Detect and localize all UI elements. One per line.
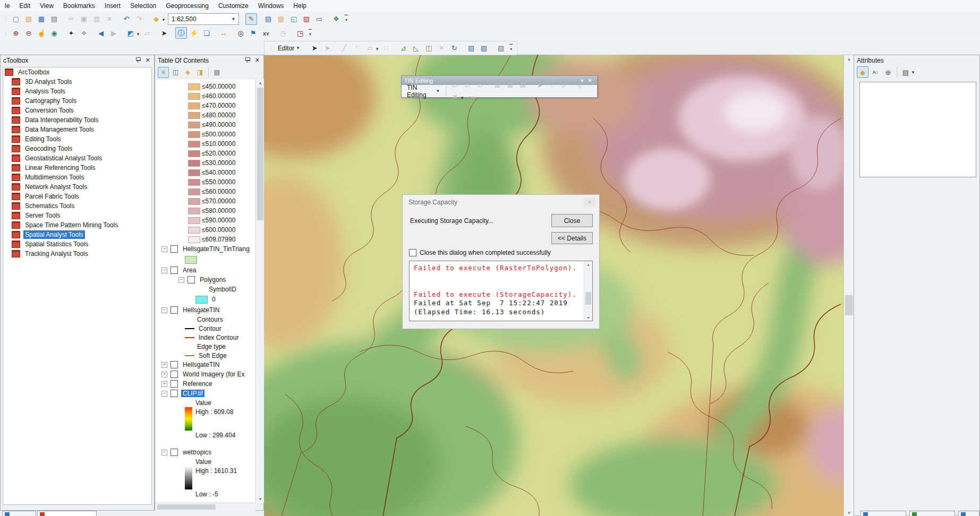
toolbox-item-geostatistical-analyst-tools[interactable]: Geostatistical Analyst Tools <box>3 153 151 163</box>
collapse-icon[interactable]: − <box>161 307 167 313</box>
toolbox-item-editing-tools[interactable]: Editing Tools <box>3 134 151 144</box>
color-ramp-bar[interactable] <box>185 466 192 489</box>
close-icon[interactable]: ✕ <box>254 57 261 64</box>
toc-horizontal-scrollbar[interactable] <box>155 503 255 511</box>
toolbar-overflow-icon[interactable]: ▔▾ <box>306 28 314 39</box>
toc-legend-row[interactable]: ≤600.00000 <box>156 225 255 235</box>
layer-visibility-checkbox[interactable] <box>171 390 178 397</box>
cursor-circle-icon[interactable]: ◌ <box>547 80 558 91</box>
editor-toolbar-toggle-icon[interactable]: ✎ <box>245 13 257 25</box>
python-window-icon[interactable]: ▭ <box>313 13 325 25</box>
editor-menu-button[interactable]: Editor ▼ <box>275 44 304 53</box>
html-popup-icon[interactable]: ❏ <box>201 27 212 39</box>
node-path-arrow-icon[interactable]: ↝ <box>465 91 477 103</box>
toolbar-overflow-icon[interactable]: ▔▾ <box>507 43 515 54</box>
box-x-edge-icon[interactable]: ⊠ <box>504 80 516 91</box>
redo-icon[interactable]: ↷ <box>133 13 145 25</box>
toc-label-row[interactable]: Value <box>156 457 255 466</box>
toolbar-grip[interactable]: ⋮ <box>268 45 273 51</box>
toc-group-row[interactable]: +HellsgateTIN <box>156 360 255 369</box>
docked-window-tab[interactable] <box>2 511 36 516</box>
legend-color-swatch[interactable] <box>188 169 200 176</box>
go-forward-extent-icon[interactable]: ▶ <box>108 27 120 39</box>
toc-legend-row[interactable]: ≤450.00000 <box>156 82 255 91</box>
toc-legend-row[interactable]: ≤470.00000 <box>156 101 255 110</box>
layer-visibility-checkbox[interactable] <box>171 306 178 314</box>
menu-item-insert[interactable]: Insert <box>100 1 125 11</box>
scrollbar-thumb[interactable] <box>157 504 216 510</box>
add-polygon-stamp-icon[interactable]: ▱ <box>474 80 486 91</box>
close-icon[interactable]: ✕ <box>144 57 151 64</box>
toolbar-grip[interactable]: ⋮ <box>3 16 8 22</box>
toc-label-row[interactable]: Edge type <box>156 342 255 351</box>
toolbox-item-3d-analyst-tools[interactable]: 3D Analyst Tools <box>3 77 151 87</box>
map-scale-combo[interactable]: 1:62,500 ▼ <box>168 13 239 25</box>
expand-icon[interactable]: + <box>161 362 167 368</box>
scroll-up-icon[interactable]: ▲ <box>584 261 592 268</box>
legend-color-swatch[interactable] <box>188 227 200 234</box>
collapse-icon[interactable]: − <box>178 277 184 283</box>
time-slider-icon[interactable]: ◷ <box>277 27 289 39</box>
toc-swatch-row[interactable] <box>156 254 255 265</box>
endpoint-arc-icon[interactable]: ◜ <box>351 42 363 54</box>
attributes-options-icon[interactable]: ▤ <box>900 66 911 78</box>
dialog-log-box[interactable]: Failed to execute (RasterToPolygon). Fai… <box>409 261 593 321</box>
toc-group-row[interactable]: −wettropics <box>156 448 255 457</box>
legend-color-swatch[interactable] <box>188 102 200 109</box>
identify-icon[interactable]: ⓘ <box>175 27 187 39</box>
toolbox-item-schematics-tools[interactable]: Schematics Tools <box>3 201 151 211</box>
legend-color-swatch[interactable] <box>188 112 200 119</box>
catalog-window-icon[interactable]: ▥ <box>275 13 287 25</box>
legend-color-swatch[interactable] <box>188 141 200 148</box>
toc-legend-row[interactable]: ≤460.00000 <box>156 91 255 101</box>
toolbox-item-linear-referencing-tools[interactable]: Linear Referencing Tools <box>3 163 151 173</box>
layer-visibility-checkbox[interactable] <box>171 266 178 274</box>
x-tool-icon[interactable]: ✕ <box>449 91 461 103</box>
undo-icon[interactable]: ↶ <box>121 13 132 25</box>
toolbox-item-cartography-tools[interactable]: Cartography Tools <box>3 96 151 106</box>
toc-line-row[interactable]: Index Contour <box>156 333 255 342</box>
legend-color-swatch[interactable] <box>188 236 200 243</box>
trace-tool-icon[interactable]: ▱ <box>364 42 376 54</box>
toolbox-item-parcel-fabric-tools[interactable]: Parcel Fabric Tools <box>3 192 151 201</box>
go-back-extent-icon[interactable]: ◀ <box>95 27 107 39</box>
log-scrollbar[interactable]: ▲ ▼ <box>584 261 592 321</box>
sketch-properties-icon[interactable]: ▨ <box>478 42 490 54</box>
layer-visibility-checkbox[interactable] <box>171 449 178 456</box>
toolbox-item-geocoding-tools[interactable]: Geocoding Tools <box>3 144 151 153</box>
select-features-icon[interactable]: ◩ <box>125 27 137 39</box>
dialog-titlebar[interactable]: Storage Capacity ✕ <box>403 195 599 209</box>
legend-color-swatch[interactable] <box>188 188 200 195</box>
add-line-stamp-icon[interactable]: ▱ <box>462 80 473 91</box>
reshape-feature-icon[interactable]: ◺ <box>410 42 422 54</box>
pan-icon[interactable]: ☝ <box>36 27 47 39</box>
arctoolbox-window-icon[interactable]: ▧ <box>301 13 312 25</box>
hyperlink-icon[interactable]: ⚡ <box>188 27 200 39</box>
copy-icon[interactable]: ▣ <box>78 13 90 25</box>
scrollbar-thumb[interactable] <box>845 295 853 315</box>
edit-vertices-icon[interactable]: ⊿ <box>397 42 409 54</box>
menu-item-bookmarks[interactable]: Bookmarks <box>58 1 100 11</box>
toc-group-row[interactable]: −HellsgateTIN_TinTriang <box>156 244 255 254</box>
zoom-out-icon[interactable]: ⊖ <box>23 27 35 39</box>
docked-window-tab-active[interactable] <box>37 511 97 516</box>
cut-polygons-icon[interactable]: ◫ <box>423 42 434 54</box>
clear-selected-features-icon[interactable]: ▱ <box>141 27 153 39</box>
list-by-drawing-order-icon[interactable]: ≡ <box>158 67 169 78</box>
line-symbol-swatch[interactable] <box>185 355 194 356</box>
toc-group-row[interactable]: +World Imagery (for Ex <box>156 369 255 379</box>
line-intersect-icon[interactable]: ✕ <box>436 42 447 54</box>
toolbox-item-data-management-tools[interactable]: Data Management Tools <box>3 125 151 134</box>
toc-legend-row[interactable]: ≤530.00000 <box>156 158 255 168</box>
fill-symbol-swatch[interactable] <box>195 296 208 304</box>
box-diag-arrow-icon[interactable]: ◸ <box>559 80 571 91</box>
box-x-triangle-icon[interactable]: ⊠ <box>517 80 529 91</box>
toc-legend-row[interactable]: ≤480.00000 <box>156 110 255 120</box>
measure-icon[interactable]: ↔ <box>218 27 229 39</box>
toc-legend-row[interactable]: ≤500.00000 <box>156 130 255 139</box>
toc-legend-row[interactable]: ≤560.00000 <box>156 187 255 196</box>
scroll-down-icon[interactable]: ▼ <box>844 509 854 516</box>
toc-group-row[interactable]: +Reference <box>156 379 255 389</box>
open-folder-icon[interactable]: ▨ <box>23 13 35 25</box>
toc-legend-row[interactable]: ≤520.00000 <box>156 149 255 158</box>
